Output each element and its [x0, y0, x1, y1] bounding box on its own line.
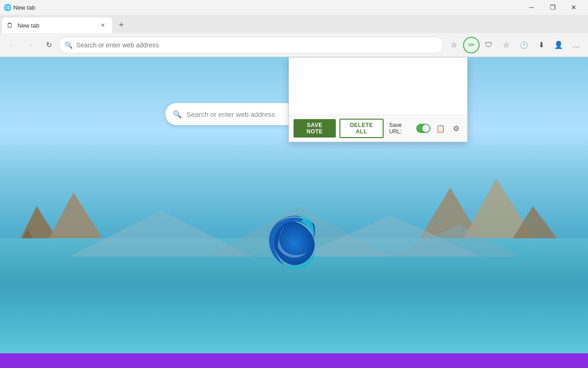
- url-text: Search or enter web address: [76, 41, 438, 49]
- settings-icon-btn[interactable]: ⚙: [450, 122, 463, 135]
- download-icon-btn[interactable]: ⬇: [533, 37, 549, 53]
- history-icon: 🕐: [520, 41, 528, 49]
- edit-note-icon: ✏: [469, 40, 475, 49]
- toolbar-icons: ☆ ✏ 🛡 ☆ 🕐 ⬇ 👤 …: [446, 37, 584, 53]
- tab-title: New tab: [17, 22, 95, 29]
- window-controls: ─ ❐ ✕: [521, 0, 584, 15]
- tab-bar: 🗒 New tab ✕ +: [0, 15, 588, 33]
- save-note-button[interactable]: SAVE NOTE: [294, 119, 336, 138]
- star-icon: ☆: [503, 40, 509, 49]
- profile-icon-btn[interactable]: 👤: [550, 37, 567, 53]
- shield-icon: 🛡: [485, 41, 492, 49]
- edge-logo: [264, 213, 324, 273]
- tab-close-button[interactable]: ✕: [98, 21, 107, 30]
- history-icon-btn[interactable]: 🕐: [515, 37, 532, 53]
- delete-all-button[interactable]: DELETE ALL: [339, 119, 384, 138]
- toggle-thumb: [422, 125, 430, 132]
- settings-icon: ⚙: [453, 124, 459, 133]
- copy-icon: 📋: [436, 124, 445, 133]
- refresh-button[interactable]: ↻: [40, 37, 57, 53]
- note-footer-icons: 📋 ⚙: [434, 122, 463, 135]
- tab-favicon: 🗒: [6, 22, 14, 29]
- profile-icon: 👤: [554, 40, 563, 49]
- save-url-label: Save URL:: [389, 122, 413, 135]
- search-icon: 🔍: [65, 41, 73, 49]
- shield-icon-btn[interactable]: 🛡: [481, 37, 497, 53]
- download-icon: ⬇: [538, 40, 544, 49]
- close-button[interactable]: ✕: [563, 0, 584, 15]
- browser-favicon: 🌐: [4, 4, 11, 11]
- note-footer: SAVE NOTE DELETE ALL Save URL: 📋 ⚙: [289, 115, 467, 142]
- restore-button[interactable]: ❐: [542, 0, 563, 15]
- back-button[interactable]: ←: [4, 37, 20, 53]
- bottom-bar: [0, 353, 588, 368]
- page-search-icon: 🔍: [173, 110, 182, 119]
- save-url-toggle[interactable]: [416, 124, 430, 133]
- note-textarea[interactable]: [289, 58, 467, 113]
- more-icon-btn[interactable]: …: [568, 37, 584, 53]
- address-bar: ← → ↻ 🔍 Search or enter web address ☆ ✏ …: [0, 33, 588, 57]
- edit-note-icon-btn[interactable]: ✏: [463, 37, 480, 53]
- favorites-icon: ☆: [451, 40, 457, 49]
- forward-button[interactable]: →: [22, 37, 39, 53]
- back-icon: ←: [8, 41, 16, 49]
- forward-icon: →: [27, 41, 34, 49]
- minimize-button[interactable]: ─: [521, 0, 542, 15]
- title-bar: 🌐 New tab ─ ❐ ✕: [0, 0, 588, 15]
- copy-icon-btn[interactable]: 📋: [434, 122, 447, 135]
- url-bar[interactable]: 🔍 Search or enter web address: [59, 37, 444, 53]
- refresh-icon: ↻: [46, 40, 52, 49]
- more-icon: …: [572, 41, 580, 49]
- note-popup: SAVE NOTE DELETE ALL Save URL: 📋 ⚙: [288, 57, 468, 142]
- window-title: New tab: [13, 4, 35, 11]
- favorites-icon-btn[interactable]: ☆: [446, 37, 462, 53]
- star-icon-btn[interactable]: ☆: [498, 37, 514, 53]
- new-tab-button[interactable]: +: [114, 17, 129, 32]
- browser-content: 🔍 Search or enter web address SAVE NOTE …: [0, 57, 588, 353]
- active-tab[interactable]: 🗒 New tab ✕: [2, 17, 112, 33]
